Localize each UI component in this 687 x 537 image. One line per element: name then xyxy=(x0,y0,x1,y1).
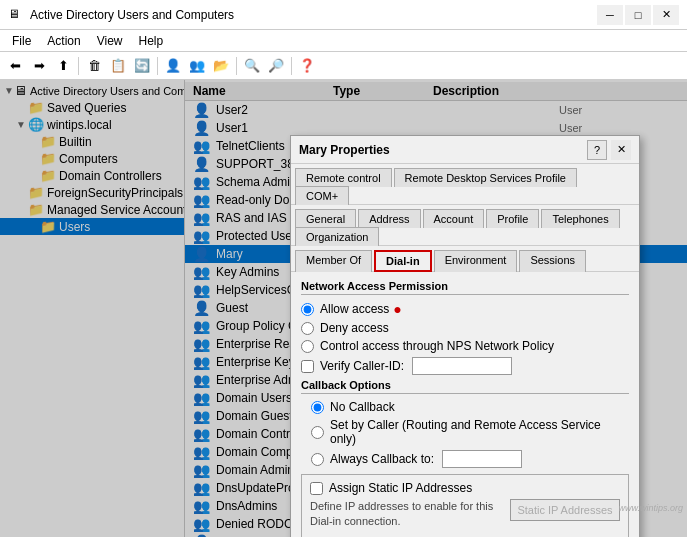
radio-always-callback-input[interactable] xyxy=(311,453,324,466)
verify-caller-id-input[interactable] xyxy=(412,357,512,375)
title-bar: 🖥 Active Directory Users and Computers ─… xyxy=(0,0,687,30)
app-title: Active Directory Users and Computers xyxy=(30,8,597,22)
dialog-tabs-row2: General Address Account Profile Telephon… xyxy=(291,205,639,246)
network-access-section-label: Network Access Permission xyxy=(301,280,629,295)
tab-account[interactable]: Account xyxy=(423,209,485,228)
assign-static-ip-row[interactable]: Assign Static IP Addresses xyxy=(310,481,620,495)
toolbar-properties[interactable]: 📋 xyxy=(107,55,129,77)
radio-set-by-caller-input[interactable] xyxy=(311,426,324,439)
toolbar-delete[interactable]: 🗑 xyxy=(83,55,105,77)
verify-caller-id-checkbox[interactable] xyxy=(301,360,314,373)
menu-help[interactable]: Help xyxy=(131,32,172,50)
radio-always-callback[interactable]: Always Callback to: xyxy=(311,450,629,468)
tab-rdsp[interactable]: Remote Desktop Services Profile xyxy=(394,168,577,187)
app-icon: 🖥 xyxy=(8,7,24,23)
dialog-title: Mary Properties xyxy=(299,143,587,157)
toolbar-back[interactable]: ⬅ xyxy=(4,55,26,77)
tab-general[interactable]: General xyxy=(295,209,356,228)
close-button[interactable]: ✕ xyxy=(653,5,679,25)
dialog-help-button[interactable]: ? xyxy=(587,140,607,160)
tab-com[interactable]: COM+ xyxy=(295,186,349,205)
maximize-button[interactable]: □ xyxy=(625,5,651,25)
tab-telephones[interactable]: Telephones xyxy=(541,209,619,228)
toolbar-new-group[interactable]: 👥 xyxy=(186,55,208,77)
watermark: www.wintips.org xyxy=(618,503,683,513)
radio-no-callback-input[interactable] xyxy=(311,401,324,414)
radio-deny-access[interactable]: Deny access xyxy=(301,321,629,335)
menu-file[interactable]: File xyxy=(4,32,39,50)
static-ip-addresses-button[interactable]: Static IP Addresses xyxy=(510,499,620,521)
callback-section-label: Callback Options xyxy=(301,379,629,394)
radio-set-by-caller[interactable]: Set by Caller (Routing and Remote Access… xyxy=(311,418,629,446)
always-callback-input[interactable] xyxy=(442,450,522,468)
radio-nps-policy-input[interactable] xyxy=(301,340,314,353)
toolbar-forward[interactable]: ➡ xyxy=(28,55,50,77)
radio-no-callback[interactable]: No Callback xyxy=(311,400,629,414)
dialog-tabs-row3: Member Of Dial-in Environment Sessions xyxy=(291,246,639,272)
menu-bar: File Action View Help xyxy=(0,30,687,52)
tab-remote-control[interactable]: Remote control xyxy=(295,168,392,187)
minimize-button[interactable]: ─ xyxy=(597,5,623,25)
radio-allow-access[interactable]: Allow access ● xyxy=(301,301,629,317)
toolbar-up[interactable]: ⬆ xyxy=(52,55,74,77)
verify-caller-id-label: Verify Caller-ID: xyxy=(320,359,404,373)
menu-view[interactable]: View xyxy=(89,32,131,50)
tab-sessions[interactable]: Sessions xyxy=(519,250,586,272)
mary-properties-dialog: Mary Properties ? ✕ Remote control Remot… xyxy=(290,135,640,537)
toolbar-refresh[interactable]: 🔄 xyxy=(131,55,153,77)
tab-organization[interactable]: Organization xyxy=(295,227,379,246)
radio-set-by-caller-label: Set by Caller (Routing and Remote Access… xyxy=(330,418,629,446)
dialog-body: Network Access Permission Allow access ●… xyxy=(291,272,639,537)
radio-no-callback-label: No Callback xyxy=(330,400,395,414)
toolbar: ⬅ ➡ ⬆ 🗑 📋 🔄 👤 👥 📂 🔍 🔎 ❓ xyxy=(0,52,687,80)
verify-caller-id-row[interactable]: Verify Caller-ID: xyxy=(301,357,629,375)
assign-static-ip-label: Assign Static IP Addresses xyxy=(329,481,472,495)
assign-static-ip-section: Assign Static IP Addresses Define IP add… xyxy=(301,474,629,537)
toolbar-new-ou[interactable]: 📂 xyxy=(210,55,232,77)
tab-address[interactable]: Address xyxy=(358,209,420,228)
allow-access-indicator: ● xyxy=(393,301,401,317)
tab-profile[interactable]: Profile xyxy=(486,209,539,228)
tab-member-of[interactable]: Member Of xyxy=(295,250,372,272)
toolbar-find[interactable]: 🔎 xyxy=(265,55,287,77)
dialog-close-button[interactable]: ✕ xyxy=(611,140,631,160)
tab-environment[interactable]: Environment xyxy=(434,250,518,272)
tab-dial-in[interactable]: Dial-in xyxy=(374,250,432,272)
callback-options: No Callback Set by Caller (Routing and R… xyxy=(311,400,629,468)
toolbar-new-user[interactable]: 👤 xyxy=(162,55,184,77)
main-area: ▼ 🖥 Active Directory Users and Computers… xyxy=(0,80,687,537)
toolbar-filter[interactable]: 🔍 xyxy=(241,55,263,77)
radio-allow-access-input[interactable] xyxy=(301,303,314,316)
toolbar-help[interactable]: ❓ xyxy=(296,55,318,77)
window-controls: ─ □ ✕ xyxy=(597,5,679,25)
radio-deny-access-label: Deny access xyxy=(320,321,389,335)
assign-static-ip-checkbox[interactable] xyxy=(310,482,323,495)
radio-always-callback-label: Always Callback to: xyxy=(330,452,434,466)
radio-nps-policy-label: Control access through NPS Network Polic… xyxy=(320,339,554,353)
radio-allow-access-label: Allow access xyxy=(320,302,389,316)
static-ip-define-text: Define IP addresses to enable for this D… xyxy=(310,499,500,530)
radio-nps-policy[interactable]: Control access through NPS Network Polic… xyxy=(301,339,629,353)
radio-deny-access-input[interactable] xyxy=(301,322,314,335)
static-ip-row: Define IP addresses to enable for this D… xyxy=(310,499,620,534)
dialog-tabs: Remote control Remote Desktop Services P… xyxy=(291,164,639,205)
dialog-title-bar: Mary Properties ? ✕ xyxy=(291,136,639,164)
menu-action[interactable]: Action xyxy=(39,32,88,50)
